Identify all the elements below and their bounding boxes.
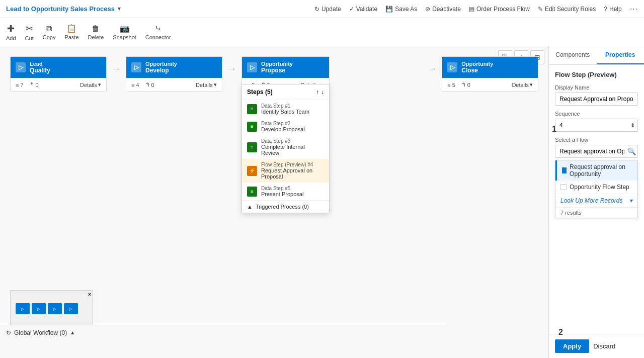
stage-propose-wrapper: ▷ Opportunity Propose ≡ 5 [242,56,330,92]
save-as-label: Save As [395,6,417,13]
order-label: Order Process Flow [476,6,530,13]
sort-up-icon[interactable]: ↑ [316,88,319,96]
sequence-spinner[interactable]: ⬍ [630,122,635,129]
paste-button[interactable]: 📋 Paste [64,24,78,40]
right-panel: Components Properties Flow Step (Preview… [548,46,644,358]
flow-option-look-up[interactable]: Look Up More Records ▾ [555,194,637,207]
order-process-flow-action[interactable]: ▤ Order Process Flow [469,6,530,13]
step-2-text: Data Step #2 Develop Proposal [261,121,305,132]
global-workflow-bar[interactable]: ↻ Global Workflow (0) ▲ [0,325,448,340]
apply-button[interactable]: Apply [555,339,589,353]
step-4-sublabel: Request Approval on Proposal [261,167,324,180]
mini-map-close-button[interactable]: ✕ [88,292,92,297]
process-title-area[interactable]: Lead to Opportunity Sales Process ▾ [6,5,121,13]
discard-button[interactable]: Discard [593,342,615,350]
delete-button[interactable]: 🗑 Delete [88,24,104,40]
cut-button[interactable]: ✂ Cut [25,23,34,41]
branch-icon-close: ↰ [461,81,466,88]
more-action[interactable]: ··· [630,5,638,14]
help-action[interactable]: ? Help [604,6,621,13]
annotation-1: 1 [552,125,556,134]
flow-option-opportunity-flow-step[interactable]: Opportunity Flow Step [555,181,637,194]
steps-stat: ≡ 7 [16,82,24,88]
display-name-input[interactable] [555,93,638,106]
delete-icon: 🗑 [92,24,100,33]
edit-security-label: Edit Security Roles [545,6,596,13]
top-bar: Lead to Opportunity Sales Process ▾ ↻ Up… [0,0,644,18]
stage-subtitle-prop: Propose [261,67,293,74]
mini-blocks: ▷ ▷ ▷ ▷ [11,291,93,327]
connector-button[interactable]: ⤷ Connector [145,24,171,40]
step-4-item[interactable]: ⚡ Flow Step (Preview) #4 Request Approva… [242,159,329,183]
look-up-chevron: ▾ [629,197,632,204]
flow-option-request-approval[interactable]: Request approval on Opportunity [555,160,637,181]
branch-count-dev: 0 [151,82,154,88]
step-5-item[interactable]: ≡ Data Step #5 Present Proposal [242,183,329,200]
branch-stat: ↰ 0 [30,81,39,88]
update-action[interactable]: ↻ Update [314,6,341,13]
details-button-develop[interactable]: Details ▾ [196,81,217,88]
sequence-input[interactable] [555,119,638,132]
deactivate-label: Deactivate [432,6,461,13]
select-flow-input[interactable] [555,145,638,158]
stage-stats-develop: ≡ 4 ↰ 0 [131,81,154,88]
tab-properties[interactable]: Properties [597,46,645,64]
steps-icon-close: ≡ [447,82,450,88]
snapshot-button[interactable]: 📷 Snapshot [113,24,136,40]
details-label-dev: Details [196,82,213,88]
triggered-process[interactable]: ▲ Triggered Process (0) [242,200,329,213]
sort-down-icon[interactable]: ↓ [321,88,324,96]
panel-tabs: Components Properties [549,46,644,65]
cut-label: Cut [25,35,34,41]
save-as-action[interactable]: 💾 Save As [385,6,417,13]
edit-security-icon: ✎ [538,6,543,13]
steps-stat-close: ≡ 5 [447,82,455,88]
top-actions: ↻ Update ✓ Validate 💾 Save As ⊘ Deactiva… [314,5,638,14]
sequence-label: Sequence [555,111,638,117]
step-1-label: Data Step #1 [261,103,309,109]
details-chevron: ▾ [98,81,101,88]
edit-security-action[interactable]: ✎ Edit Security Roles [538,6,596,13]
triggered-label: Triggered Process (0) [256,204,309,210]
copy-button[interactable]: ⧉ Copy [43,24,56,40]
step-2-item[interactable]: ≡ Data Step #2 Develop Proposal [242,118,329,135]
process-title: Lead to Opportunity Sales Process [6,5,115,13]
stage-stats-lead: ≡ 7 ↰ 0 [16,81,39,88]
tab-components[interactable]: Components [549,46,597,64]
mini-block-4: ▷ [64,303,78,314]
connector-icon: ⤷ [155,24,162,33]
stage-opportunity-close[interactable]: ▷ Opportunity Close ≡ 5 ↰ 0 [442,56,538,92]
details-button-lead[interactable]: Details ▾ [80,81,101,88]
arrow-1: → [107,64,126,74]
help-label: Help [609,6,622,13]
stage-footer-develop: ≡ 4 ↰ 0 Details ▾ [126,78,222,91]
details-label-close: Details [512,82,529,88]
step-1-item[interactable]: ≡ Data Step #1 Identify Sales Team [242,100,329,118]
step-5-label: Data Step #5 [261,186,303,191]
steps-count-close: 5 [452,82,455,88]
select-flow-label: Select a Flow [555,137,638,143]
stage-header-develop: ▷ Opportunity Develop [126,57,222,78]
branch-stat-dev: ↰ 0 [145,81,154,88]
flow-search-button[interactable]: 🔍 [627,147,636,155]
validate-action[interactable]: ✓ Validate [349,6,377,13]
stage-title-text: Lead [30,61,50,67]
add-button[interactable]: ✚ Add [6,23,16,41]
steps-popup: Steps (5) ↑ ↓ ≡ Data Step #1 Identify Sa… [242,84,330,213]
step-4-label: Flow Step (Preview) #4 [261,162,324,167]
deactivate-action[interactable]: ⊘ Deactivate [425,6,461,13]
details-button-close[interactable]: Details ▾ [512,81,533,88]
title-chevron[interactable]: ▾ [118,6,121,12]
branch-count: 0 [36,82,39,88]
save-icon: 💾 [385,6,393,13]
step-3-item[interactable]: ≡ Data Step #3 Complete Internal Review [242,135,329,159]
main-canvas[interactable]: 🔍 + ⊞ ▷ Lead Qualify ≡ [0,46,548,358]
stage-opportunity-develop[interactable]: ▷ Opportunity Develop ≡ 4 ↰ 0 [126,56,222,92]
stage-lead-qualify[interactable]: ▷ Lead Qualify ≡ 7 ↰ 0 [10,56,107,92]
stage-icon-propose: ▷ [247,62,257,72]
stage-stats-close: ≡ 5 ↰ 0 [447,81,470,88]
flow-option-label-3: Look Up More Records [560,197,622,204]
steps-icon-dev: ≡ [131,82,134,88]
step-5-icon: ≡ [247,187,257,197]
steps-icon: ≡ [16,82,19,88]
